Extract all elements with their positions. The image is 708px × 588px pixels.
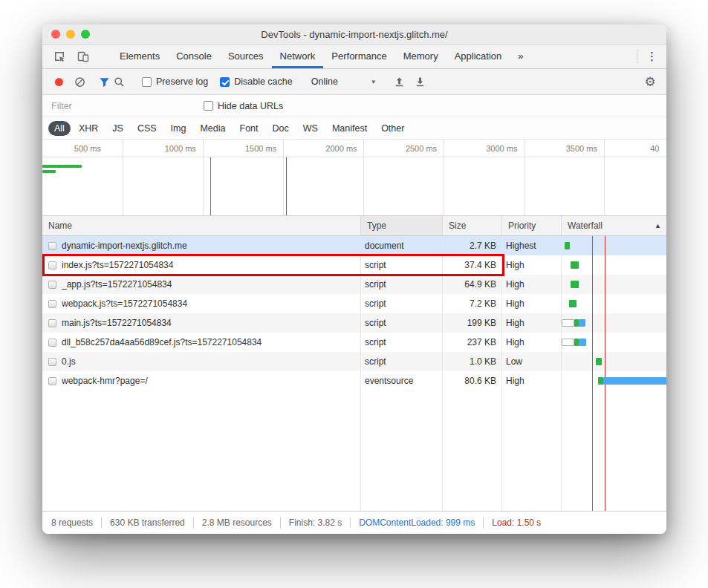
- request-waterfall-cell: [561, 275, 666, 294]
- export-har-icon[interactable]: [413, 74, 428, 89]
- file-icon: [48, 377, 56, 385]
- timeline-tick-label: 3500 ms: [566, 140, 597, 157]
- preserve-log-checkbox[interactable]: Preserve log: [142, 76, 208, 87]
- request-type-cell: document: [360, 236, 442, 255]
- request-type-cell: script: [360, 275, 442, 294]
- request-name-cell: _app.js?ts=1572271054834: [42, 275, 360, 294]
- record-button[interactable]: [51, 74, 66, 89]
- zoom-window-icon[interactable]: [81, 30, 90, 39]
- waterfall-bar-stalled: [562, 319, 574, 327]
- table-row[interactable]: webpack-hmr?page=/ eventsource 80.6 KB H…: [42, 371, 666, 391]
- tab-network[interactable]: Network: [272, 45, 324, 68]
- timeline-overview[interactable]: 500 ms1000 ms1500 ms2000 ms2500 ms3000 m…: [42, 140, 666, 215]
- waterfall-bar-blue: [579, 339, 586, 346]
- dcl-line: [592, 236, 593, 511]
- filter-pill-ws[interactable]: WS: [297, 121, 324, 136]
- timeline-gridline: [444, 140, 444, 215]
- more-options-icon[interactable]: ⋮: [642, 50, 666, 63]
- request-priority-cell: Low: [501, 352, 561, 371]
- request-waterfall-cell: [561, 333, 666, 352]
- clear-icon[interactable]: [72, 74, 87, 89]
- file-icon: [48, 261, 56, 270]
- timeline-tick-label: 1500 ms: [245, 140, 276, 157]
- column-header-waterfall[interactable]: Waterfall ▲: [561, 216, 666, 235]
- file-icon: [48, 242, 56, 250]
- filter-pill-media[interactable]: Media: [194, 121, 231, 136]
- status-item: Finish: 3.82 s: [281, 517, 351, 528]
- timeline-gridline: [283, 140, 284, 215]
- request-waterfall-cell: [561, 236, 666, 255]
- column-separator: [561, 236, 562, 511]
- table-row[interactable]: dll_b58c257da4aa56d89cef.js?ts=157227105…: [42, 333, 666, 352]
- request-name-cell: main.js?ts=1572271054834: [42, 313, 360, 333]
- request-size-cell: 7.2 KB: [442, 294, 501, 313]
- timeline-tick-label: 1000 ms: [165, 140, 196, 157]
- filter-pill-manifest[interactable]: Manifest: [326, 121, 373, 136]
- tab-elements[interactable]: Elements: [111, 45, 168, 68]
- filter-pill-doc[interactable]: Doc: [267, 121, 295, 136]
- tab-console[interactable]: Console: [168, 45, 220, 68]
- tab-application[interactable]: Application: [446, 45, 510, 68]
- settings-gear-icon[interactable]: ⚙: [643, 74, 657, 89]
- request-type-cell: eventsource: [360, 371, 442, 391]
- filter-pill-all[interactable]: All: [48, 121, 71, 136]
- device-toolbar-icon[interactable]: [76, 49, 91, 64]
- tab-performance[interactable]: Performance: [323, 45, 394, 68]
- column-header-type[interactable]: Type: [360, 216, 442, 235]
- file-icon: [48, 358, 56, 366]
- disable-cache-checkbox[interactable]: Disable cache: [220, 76, 293, 87]
- request-type-cell: script: [360, 333, 442, 352]
- waterfall-bar-blue: [603, 377, 666, 385]
- table-row[interactable]: index.js?ts=1572271054834 script 37.4 KB…: [42, 255, 666, 275]
- minimize-window-icon[interactable]: [66, 30, 75, 39]
- waterfall-bar-green: [598, 377, 603, 385]
- traffic-lights: [51, 24, 90, 44]
- filter-pill-css[interactable]: CSS: [131, 121, 163, 136]
- filter-input[interactable]: [51, 101, 204, 111]
- table-row[interactable]: main.js?ts=1572271054834 script 199 KB H…: [42, 313, 666, 333]
- waterfall-bar-green: [596, 358, 602, 365]
- search-icon[interactable]: [111, 74, 126, 89]
- timeline-tick-label: 500 ms: [74, 140, 101, 157]
- filter-pill-xhr[interactable]: XHR: [73, 121, 104, 136]
- filter-icon[interactable]: [97, 74, 111, 89]
- request-priority-cell: High: [501, 313, 561, 333]
- column-header-size[interactable]: Size: [442, 216, 501, 235]
- tab-memory[interactable]: Memory: [395, 45, 446, 68]
- request-name-cell: dll_b58c257da4aa56d89cef.js?ts=157227105…: [42, 333, 360, 352]
- status-item: 630 KB transferred: [102, 517, 194, 528]
- table-header: Name Type Size Priority Waterfall ▲: [42, 215, 666, 236]
- filter-pill-js[interactable]: JS: [106, 121, 129, 136]
- waterfall-bar-stalled: [562, 339, 574, 346]
- table-row[interactable]: 0.js script 1.0 KB Low: [42, 352, 666, 371]
- timeline-gridline: [363, 140, 364, 215]
- inspect-element-icon[interactable]: [52, 49, 67, 64]
- filter-pill-other[interactable]: Other: [375, 121, 410, 136]
- request-waterfall-cell: [561, 352, 666, 371]
- table-row[interactable]: dynamic-import-nextjs.glitch.me document…: [42, 236, 666, 255]
- filter-pill-img[interactable]: Img: [165, 121, 192, 136]
- timeline-tick-label: 2500 ms: [406, 140, 437, 157]
- request-priority-cell: High: [501, 294, 561, 313]
- tab-sources[interactable]: Sources: [220, 45, 272, 68]
- hide-data-urls-checkbox[interactable]: Hide data URLs: [204, 101, 283, 111]
- column-separator: [442, 236, 443, 511]
- column-header-priority[interactable]: Priority: [501, 216, 561, 235]
- table-row[interactable]: webpack.js?ts=1572271054834 script 7.2 K…: [42, 294, 666, 313]
- throttling-dropdown[interactable]: Online ▼: [311, 76, 377, 87]
- table-row[interactable]: _app.js?ts=1572271054834 script 64.9 KB …: [42, 275, 666, 294]
- load-line: [605, 236, 605, 511]
- request-waterfall-cell: [561, 294, 666, 313]
- request-priority-cell: High: [501, 371, 561, 391]
- request-type-cell: script: [360, 313, 442, 333]
- tab-more-tabs[interactable]: »: [510, 45, 531, 68]
- table-body: dynamic-import-nextjs.glitch.me document…: [42, 236, 666, 511]
- file-icon: [48, 339, 56, 347]
- request-priority-cell: High: [501, 255, 561, 275]
- timeline-ruler: 500 ms1000 ms1500 ms2000 ms2500 ms3000 m…: [42, 140, 666, 157]
- import-har-icon[interactable]: [392, 74, 407, 89]
- close-window-icon[interactable]: [51, 30, 60, 39]
- column-header-name[interactable]: Name: [42, 216, 360, 235]
- filter-pill-font[interactable]: Font: [234, 121, 264, 136]
- window-titlebar[interactable]: DevTools - dynamic-import-nextjs.glitch.…: [42, 24, 666, 45]
